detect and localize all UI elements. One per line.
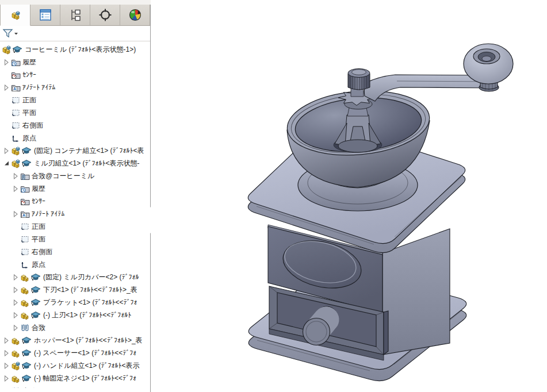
tree-item-annotations-folder[interactable]: Aｱﾉﾃｰﾄ ｱｲﾃﾑ xyxy=(0,81,150,94)
svg-text:A: A xyxy=(22,213,25,218)
plane-icon xyxy=(10,108,21,117)
mates-icon xyxy=(10,386,21,388)
tree-item-sensors-folder[interactable]: ｾﾝｻｰ xyxy=(0,68,150,81)
expand-arrow-icon[interactable] xyxy=(2,362,10,370)
tree-item-mates-top[interactable]: 合致 xyxy=(0,385,150,388)
tree-item-right-plane[interactable]: 右側面 xyxy=(0,119,150,132)
tree-item-label: (-) 軸固定ネジ<1> (ﾃﾞﾌｫﾙﾄ<<ﾃﾞﾌｫ xyxy=(34,374,136,383)
configurationmanager-tab[interactable] xyxy=(60,5,90,25)
tree-item-right-plane-sub[interactable]: 右側面 xyxy=(0,245,150,258)
expand-arrow-icon[interactable] xyxy=(2,374,10,382)
tree-item-label: 平面 xyxy=(22,108,36,118)
assembly-icon xyxy=(10,146,21,155)
fAnno-icon: A xyxy=(20,209,30,218)
origin-icon xyxy=(20,260,30,269)
expand-arrow-icon[interactable] xyxy=(12,324,20,332)
assembly-icon xyxy=(10,361,21,370)
part-icon xyxy=(20,310,30,320)
plane-icon xyxy=(20,247,30,256)
tree-item-mates-in-coffee-mill[interactable]: 合致@コーヒーミル xyxy=(0,170,150,182)
tree-item-label: 平面 xyxy=(32,235,45,244)
graphics-viewport[interactable] xyxy=(151,0,547,392)
part-icon xyxy=(20,285,30,294)
tree-item-label: 右側面 xyxy=(22,121,43,130)
expand-arrow-icon[interactable] xyxy=(12,286,20,294)
graduation-cap-icon xyxy=(21,147,32,155)
tree-item-lower-blade[interactable]: 下刃<1> (ﾃﾞﾌｫﾙﾄ<<ﾃﾞﾌｫﾙﾄ>_表 xyxy=(0,283,150,296)
part-icon xyxy=(20,272,30,282)
tree-item-annotations-folder-sub[interactable]: Aｱﾉﾃｰﾄ ｱｲﾃﾑ xyxy=(0,207,150,220)
graduation-cap-icon xyxy=(21,336,32,345)
expand-arrow-icon[interactable] xyxy=(12,298,20,306)
tree-item-shaft-fixing-screw[interactable]: (-) 軸固定ネジ<1> (ﾃﾞﾌｫﾙﾄ<<ﾃﾞﾌｫ xyxy=(0,372,150,385)
expand-arrow-icon[interactable] xyxy=(12,185,20,193)
svg-text:A: A xyxy=(13,86,16,91)
expand-arrow-icon[interactable] xyxy=(2,58,10,66)
tree-item-label: ｾﾝｻｰ xyxy=(22,71,36,79)
plane-icon xyxy=(10,95,21,105)
expand-arrow-icon[interactable] xyxy=(2,387,10,388)
tree-item-sensors-folder-sub[interactable]: ｾﾝｻｰ xyxy=(0,195,150,207)
tree-item-origin[interactable]: 原点 xyxy=(0,132,150,144)
expand-arrow-icon[interactable] xyxy=(12,311,20,319)
expand-arrow-icon[interactable] xyxy=(2,349,10,357)
tree-item-label: (-) 上刃<1> (ﾃﾞﾌｫﾙﾄ<<ﾃﾞﾌｫﾙﾄ xyxy=(43,310,131,320)
dimxpert-icon xyxy=(98,7,113,22)
coffee-mill-3d-model xyxy=(151,0,547,392)
origin-icon xyxy=(10,133,21,143)
tree-item-label: ホッパー<1> (ﾃﾞﾌｫﾙﾄ<<ﾃﾞﾌｫﾙﾄ>_表 xyxy=(34,336,143,345)
tree-item-hopper[interactable]: ホッパー<1> (ﾃﾞﾌｫﾙﾄ<<ﾃﾞﾌｫﾙﾄ>_表 xyxy=(0,334,150,347)
tree-item-coffee-mill-assembly[interactable]: コーヒーミル (ﾃﾞﾌｫﾙﾄ<表示状態-1>) xyxy=(0,43,150,56)
propertymanager-tab[interactable] xyxy=(30,5,60,25)
arrow-spacer xyxy=(12,260,20,268)
part-icon xyxy=(10,336,21,345)
tree-item-origin-sub[interactable]: 原点 xyxy=(0,258,150,271)
arrow-spacer xyxy=(12,235,20,243)
tree-item-label: 正面 xyxy=(32,222,45,232)
tree-item-mill-blade-assembly[interactable]: ミル刃組立<1> (ﾃﾞﾌｫﾙﾄ<表示状態- xyxy=(0,157,150,170)
solidworks-window: { "app": {"type": "cad-feature-tree-ui"}… xyxy=(0,0,547,392)
tree-item-top-plane[interactable]: 平面 xyxy=(0,106,150,119)
dimxpertmanager-tab[interactable] xyxy=(90,5,120,25)
tree-item-history-folder-sub[interactable]: 履歴 xyxy=(0,182,150,195)
plane-icon xyxy=(10,121,21,130)
part-icon xyxy=(10,348,21,358)
tree-item-label: 原点 xyxy=(22,133,36,143)
manager-tab-bar xyxy=(0,5,150,26)
tree-item-top-plane-sub[interactable]: 平面 xyxy=(0,233,150,245)
arrow-spacer xyxy=(2,71,10,79)
tree-item-front-plane[interactable]: 正面 xyxy=(0,94,150,106)
graduation-cap-icon xyxy=(30,311,41,320)
tree-item-label: 履歴 xyxy=(22,57,36,67)
tree-item-container-assembly[interactable]: (固定) コンテナ組立<1> (ﾃﾞﾌｫﾙﾄ<表 xyxy=(0,144,150,157)
filter-row xyxy=(0,26,150,41)
assembly-icon xyxy=(10,10,21,20)
expand-arrow-icon[interactable] xyxy=(2,336,10,344)
collapse-arrow-icon[interactable] xyxy=(2,159,10,167)
expand-arrow-icon[interactable] xyxy=(12,210,20,218)
assembly-icon xyxy=(1,45,12,54)
tree-item-spacer[interactable]: (-) スペーサー<1> (ﾃﾞﾌｫﾙﾄ<<ﾃﾞﾌｫ xyxy=(0,347,150,359)
expand-arrow-icon[interactable] xyxy=(2,83,10,91)
tree-item-history-folder[interactable]: 履歴 xyxy=(0,56,150,68)
featuremanager-tab[interactable] xyxy=(0,5,30,26)
tree-item-upper-blade[interactable]: (-) 上刃<1> (ﾃﾞﾌｫﾙﾄ<<ﾃﾞﾌｫﾙﾄ xyxy=(0,309,150,321)
fHistory-icon xyxy=(20,184,30,193)
expand-arrow-icon[interactable] xyxy=(12,273,20,281)
tree-item-label: 原点 xyxy=(32,260,45,270)
tree-item-mill-blade-cover[interactable]: (固定) ミル刃カバー<2> (ﾃﾞﾌｫﾙ xyxy=(0,271,150,283)
expand-arrow-icon[interactable] xyxy=(12,172,20,180)
tree-item-bracket[interactable]: ブラケット<1> (ﾃﾞﾌｫﾙﾄ<<ﾃﾞﾌｫ xyxy=(0,296,150,309)
arrow-spacer xyxy=(2,134,10,142)
fMates-icon xyxy=(20,171,30,180)
filter-funnel-icon[interactable] xyxy=(2,28,20,39)
arrow-spacer xyxy=(2,121,10,129)
displaymanager-tab[interactable] xyxy=(120,5,150,25)
tree-item-handle-assembly[interactable]: (-) ハンドル組立<1> (ﾃﾞﾌｫﾙﾄ<表示 xyxy=(0,359,150,372)
fSensor-icon xyxy=(10,70,21,79)
expand-arrow-icon[interactable] xyxy=(2,147,10,155)
tree-item-label: (固定) コンテナ組立<1> (ﾃﾞﾌｫﾙﾄ<表 xyxy=(34,146,144,156)
tree-item-front-plane-sub[interactable]: 正面 xyxy=(0,220,150,233)
tree-item-mates-sub[interactable]: 合致 xyxy=(0,321,150,334)
tree-item-label: ミル刃組立<1> (ﾃﾞﾌｫﾙﾄ<表示状態- xyxy=(34,159,140,168)
